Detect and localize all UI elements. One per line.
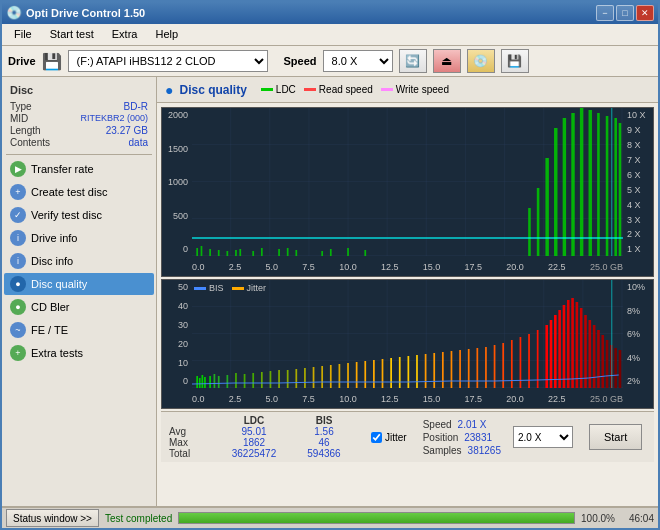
avg-bis: 1.56 (289, 426, 359, 437)
jitter-label: Jitter (385, 432, 407, 443)
verify-disc-icon: ✓ (10, 207, 26, 223)
menu-file[interactable]: File (6, 26, 40, 42)
svg-rect-49 (295, 369, 297, 388)
refresh-button[interactable]: 🔄 (399, 49, 427, 73)
bis-header: BIS (289, 415, 359, 426)
svg-rect-21 (554, 128, 557, 256)
legend-read-speed: Read speed (304, 84, 373, 95)
transfer-rate-label: Transfer rate (31, 163, 94, 175)
menu-start-test[interactable]: Start test (42, 26, 102, 42)
sidebar-item-transfer-rate[interactable]: ▶ Transfer rate (4, 158, 154, 180)
svg-rect-6 (226, 251, 228, 256)
svg-rect-40 (218, 376, 220, 388)
svg-rect-85 (576, 302, 579, 388)
extra-tests-icon: + (10, 345, 26, 361)
ldc-header: LDC (219, 415, 289, 426)
y-label-0: 0 (183, 244, 188, 254)
svg-rect-89 (593, 325, 596, 388)
upper-chart: 2000 1500 1000 500 0 10 X 9 X 8 X 7 X 6 … (161, 107, 654, 277)
disc-type-row: Type BD-R (10, 101, 148, 112)
disc-contents-val: data (129, 137, 148, 148)
sidebar-item-disc-quality[interactable]: ● Disc quality (4, 273, 154, 295)
svg-rect-53 (330, 365, 332, 388)
svg-rect-10 (261, 248, 263, 256)
svg-rect-15 (330, 249, 332, 256)
sidebar-item-fe-te[interactable]: ~ FE / TE (4, 319, 154, 341)
svg-rect-43 (244, 374, 246, 388)
svg-rect-8 (239, 249, 241, 256)
start-button[interactable]: Start (589, 424, 642, 450)
disc-info-panel: Type BD-R MID RITEKBR2 (000) Length 23.2… (2, 99, 156, 151)
sidebar-item-cd-bler[interactable]: ● CD Bler (4, 296, 154, 318)
main-content: Disc Type BD-R MID RITEKBR2 (000) Length… (2, 77, 658, 506)
svg-rect-34 (196, 376, 198, 388)
svg-rect-95 (619, 350, 622, 388)
svg-rect-35 (199, 378, 201, 388)
svg-rect-69 (468, 349, 470, 388)
minimize-button[interactable]: − (596, 5, 614, 21)
y-label-1000: 1000 (168, 177, 188, 187)
svg-rect-37 (204, 377, 206, 388)
position-value: 23831 (464, 432, 492, 443)
extra-tests-label: Extra tests (31, 347, 83, 359)
svg-rect-2 (196, 248, 198, 256)
menu-extra[interactable]: Extra (104, 26, 146, 42)
sidebar-item-drive-info[interactable]: i Drive info (4, 227, 154, 249)
svg-rect-78 (545, 325, 548, 388)
maximize-button[interactable]: □ (616, 5, 634, 21)
drive-select[interactable]: (F:) ATAPI iHBS112 2 CLOD (68, 50, 268, 72)
jitter-checkbox[interactable] (371, 432, 382, 443)
svg-rect-12 (287, 248, 289, 256)
stats-panel: LDC BIS Avg 95.01 1.56 Max 1862 46 (161, 411, 654, 462)
svg-rect-72 (494, 345, 496, 388)
sidebar-item-verify-test-disc[interactable]: ✓ Verify test disc (4, 204, 154, 226)
eject-button[interactable]: ⏏ (433, 49, 461, 73)
svg-rect-13 (295, 250, 297, 256)
speed-label: Speed (284, 55, 317, 67)
save-button[interactable]: 💾 (501, 49, 529, 73)
status-window-button[interactable]: Status window >> (6, 509, 99, 527)
lower-chart-svg (192, 280, 623, 388)
menu-help[interactable]: Help (147, 26, 186, 42)
sidebar-item-disc-info[interactable]: i Disc info (4, 250, 154, 272)
svg-rect-91 (601, 335, 604, 388)
disc-quality-label: Disc quality (31, 278, 87, 290)
progress-percent: 100.0% (581, 513, 615, 524)
close-button[interactable]: ✕ (636, 5, 654, 21)
total-bis: 594366 (289, 448, 359, 459)
svg-rect-62 (408, 356, 410, 388)
sidebar-item-extra-tests[interactable]: + Extra tests (4, 342, 154, 364)
svg-rect-41 (226, 375, 228, 388)
svg-rect-59 (382, 359, 384, 388)
title-bar: 💿 Opti Drive Control 1.50 − □ ✕ (2, 2, 658, 24)
svg-rect-63 (416, 355, 418, 388)
disc-button[interactable]: 💿 (467, 49, 495, 73)
svg-rect-22 (563, 118, 566, 256)
jitter-checkbox-container[interactable]: Jitter (371, 432, 407, 443)
disc-contents-row: Contents data (10, 137, 148, 148)
svg-rect-46 (270, 371, 272, 388)
drive-label: Drive (8, 55, 36, 67)
max-ldc: 1862 (219, 437, 289, 448)
svg-rect-60 (390, 358, 392, 388)
cd-bler-label: CD Bler (31, 301, 70, 313)
fe-te-icon: ~ (10, 322, 26, 338)
cd-bler-icon: ● (10, 299, 26, 315)
disc-length-key: Length (10, 125, 41, 136)
drive-info-icon: i (10, 230, 26, 246)
svg-rect-80 (554, 315, 557, 388)
svg-rect-11 (278, 249, 280, 256)
legend-bis-color (194, 287, 206, 290)
lower-y-axis-right: 10% 8% 6% 4% 2% (625, 280, 653, 388)
speed-select[interactable]: 8.0 X (323, 50, 393, 72)
disc-length-val: 23.27 GB (106, 125, 148, 136)
avg-ldc: 95.01 (219, 426, 289, 437)
svg-rect-71 (485, 347, 487, 388)
test-speed-select[interactable]: 2.0 X (513, 426, 573, 448)
sidebar-item-create-test-disc[interactable]: + Create test disc (4, 181, 154, 203)
svg-rect-7 (235, 250, 237, 256)
upper-y-axis-right: 10 X 9 X 8 X 7 X 6 X 5 X 4 X 3 X 2 X 1 X (625, 108, 653, 256)
disc-quality-icon: ● (10, 276, 26, 292)
y-label-500: 500 (173, 211, 188, 221)
legend-bis-label: BIS (209, 283, 224, 293)
